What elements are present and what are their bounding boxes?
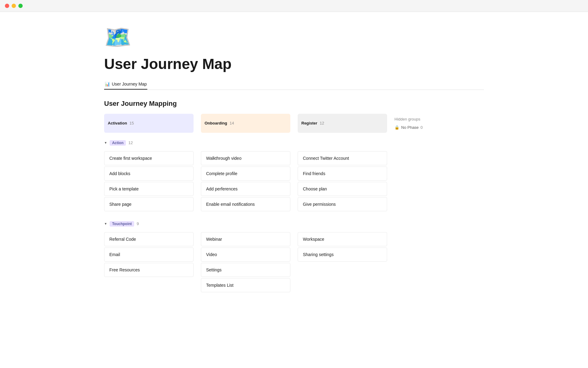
- list-item[interactable]: Add blocks: [104, 167, 194, 181]
- list-item[interactable]: Enable email notifications: [201, 197, 290, 211]
- action-onboarding-cards: Walkthrough video Complete profile Add p…: [201, 151, 290, 213]
- tab-user-journey-map[interactable]: 📊 User Journey Map: [104, 79, 147, 90]
- list-item[interactable]: Complete profile: [201, 167, 290, 181]
- activation-count: 15: [130, 121, 134, 125]
- column-header-activation: Activation 15: [104, 114, 194, 133]
- list-item[interactable]: Connect Twitter Account: [298, 151, 387, 165]
- touchpoint-group-row: ▼ Touchpoint 9 Referral Code Email Free …: [104, 219, 484, 293]
- touchpoint-badge: Touchpoint: [110, 221, 134, 227]
- list-item[interactable]: Share page: [104, 197, 194, 211]
- list-item[interactable]: Add perferences: [201, 182, 290, 196]
- touchpoint-register-cards: Workspace Sharing settings: [298, 232, 387, 263]
- action-badge: Action: [110, 140, 126, 146]
- list-item[interactable]: Find friends: [298, 167, 387, 181]
- no-phase-label: No Phase: [401, 125, 419, 130]
- tab-icon: 📊: [105, 82, 110, 86]
- onboarding-label: Onboarding: [205, 121, 227, 125]
- list-item[interactable]: Webinar: [201, 232, 290, 246]
- close-button[interactable]: [5, 4, 9, 8]
- action-cards-grid: Create first workspace Add blocks Pick a…: [104, 151, 484, 213]
- touchpoint-activation-cards: Referral Code Email Free Resources: [104, 232, 194, 278]
- list-item[interactable]: Sharing settings: [298, 247, 387, 262]
- list-item[interactable]: Free Resources: [104, 263, 194, 277]
- list-item[interactable]: Workspace: [298, 232, 387, 246]
- touchpoint-onboarding-cards: Webinar Video Settings Templates List: [201, 232, 290, 293]
- main-content: 🗺️ User Journey Map 📊 User Journey Map U…: [80, 12, 508, 312]
- action-toggle[interactable]: ▼: [104, 141, 107, 144]
- minimize-button[interactable]: [12, 4, 16, 8]
- list-item[interactable]: Walkthrough video: [201, 151, 290, 165]
- list-item[interactable]: Give permissions: [298, 197, 387, 211]
- column-headers-row: Activation 15 Onboarding 14 Register 12 …: [104, 114, 484, 133]
- onboarding-count: 14: [230, 121, 234, 125]
- column-header-onboarding: Onboarding 14: [201, 114, 290, 133]
- hidden-groups-column: Hidden groups 🔒 No Phase 0: [394, 114, 484, 133]
- touchpoint-cards-grid: Referral Code Email Free Resources Webin…: [104, 232, 484, 293]
- maximize-button[interactable]: [18, 4, 23, 8]
- list-item[interactable]: Choose plan: [298, 182, 387, 196]
- no-phase: 🔒 No Phase 0: [394, 125, 484, 130]
- tab-nav: 📊 User Journey Map: [104, 79, 484, 90]
- list-item[interactable]: Video: [201, 247, 290, 262]
- list-item[interactable]: Settings: [201, 263, 290, 277]
- list-item[interactable]: Create first workspace: [104, 151, 194, 165]
- touchpoint-count: 9: [137, 221, 139, 226]
- section-heading: User Journey Mapping: [104, 100, 484, 108]
- page-title: User Journey Map: [104, 55, 484, 73]
- action-group-header: ▼ Action 12: [104, 138, 484, 148]
- action-activation-cards: Create first workspace Add blocks Pick a…: [104, 151, 194, 213]
- touchpoint-group-header: ▼ Touchpoint 9: [104, 219, 484, 229]
- action-register-cards: Connect Twitter Account Find friends Cho…: [298, 151, 387, 213]
- lock-icon: 🔒: [394, 125, 399, 130]
- title-bar: [0, 0, 588, 12]
- touchpoint-toggle[interactable]: ▼: [104, 222, 107, 225]
- list-item[interactable]: Referral Code: [104, 232, 194, 246]
- activation-label: Activation: [108, 121, 127, 125]
- register-label: Register: [301, 121, 317, 125]
- tab-label: User Journey Map: [112, 82, 147, 86]
- action-group-row: ▼ Action 12 Create first workspace Add b…: [104, 138, 484, 213]
- register-count: 12: [320, 121, 324, 125]
- column-header-register: Register 12: [298, 114, 387, 133]
- list-item[interactable]: Pick a template: [104, 182, 194, 196]
- no-phase-count: 0: [420, 125, 423, 130]
- page-icon: 🗺️: [104, 24, 484, 50]
- list-item[interactable]: Templates List: [201, 278, 290, 292]
- action-count: 12: [128, 140, 133, 145]
- list-item[interactable]: Email: [104, 247, 194, 262]
- hidden-groups-label: Hidden groups: [394, 117, 484, 121]
